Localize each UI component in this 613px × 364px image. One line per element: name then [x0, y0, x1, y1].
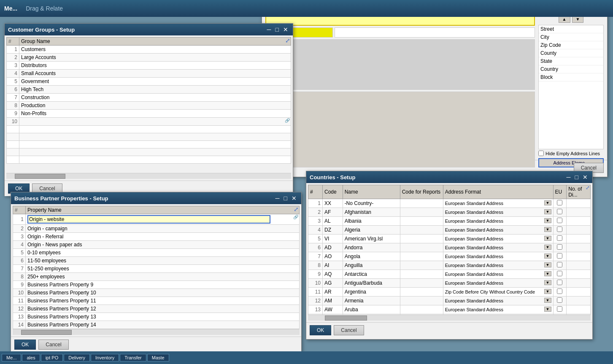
- countries-eu-checkbox[interactable]: [557, 271, 562, 276]
- list-item[interactable]: 14Business Partners Property 14: [13, 321, 300, 329]
- table-row[interactable]: 6High Tech: [7, 86, 291, 94]
- addr-element-state[interactable]: State: [539, 57, 603, 65]
- list-item[interactable]: 13Business Partners Property 13: [13, 313, 300, 321]
- countries-eu-checkbox[interactable]: [557, 235, 562, 241]
- countries-eu-checkbox[interactable]: [557, 262, 562, 267]
- list-item[interactable]: 611-50 employees: [13, 257, 300, 265]
- list-item[interactable]: 8250+ employees: [13, 273, 300, 281]
- countries-eu-checkbox[interactable]: [557, 200, 562, 205]
- task-maste[interactable]: Maste: [147, 354, 169, 361]
- cg-edit-icon[interactable]: 🔗: [285, 118, 290, 123]
- list-item[interactable]: 13AWArubaEuropean Standard Address▼: [308, 305, 591, 314]
- list-item[interactable]: 10AGAntigua/BarbudaEuropean Standard Add…: [308, 279, 591, 288]
- countries-addressformat-dropdown[interactable]: ▼: [544, 227, 551, 232]
- bp-hscrollbar[interactable]: [13, 329, 300, 335]
- cg-maximize-btn[interactable]: □: [274, 27, 280, 32]
- countries-close-btn[interactable]: ✕: [581, 174, 589, 180]
- addr-element-street[interactable]: Street: [539, 25, 603, 33]
- hide-empty-checkbox[interactable]: [538, 151, 544, 156]
- table-row[interactable]: 9Non-Profits: [7, 110, 291, 118]
- table-row[interactable]: 2Large Accounts: [7, 54, 291, 62]
- task-ales[interactable]: ales: [22, 354, 40, 361]
- bp-edit-icon[interactable]: 🔗: [293, 215, 298, 219]
- countries-addressformat-dropdown[interactable]: ▼: [544, 307, 551, 312]
- countries-addressformat-dropdown[interactable]: ▼: [544, 280, 551, 285]
- countries-minimize-btn[interactable]: ─: [565, 174, 572, 180]
- list-item[interactable]: 2AFAfghanistanEuropean Standard Address▼: [308, 208, 591, 217]
- countries-eu-checkbox[interactable]: [557, 306, 562, 312]
- bp-maximize-btn[interactable]: □: [283, 195, 289, 201]
- countries-hscrollbar[interactable]: [308, 315, 591, 321]
- countries-cancel-btn[interactable]: Cancel: [334, 325, 364, 335]
- modules-menu[interactable]: Me...: [4, 5, 17, 12]
- bp-minimize-btn[interactable]: ─: [274, 195, 281, 201]
- bp-hscrollbar-thumb[interactable]: [21, 330, 72, 335]
- cg-name-input[interactable]: [21, 119, 275, 124]
- list-item[interactable]: 10Business Partners Property 10: [13, 289, 300, 297]
- table-row[interactable]: 8Production: [7, 102, 291, 110]
- table-row[interactable]: 1Customers: [7, 46, 291, 54]
- countries-addressformat-dropdown[interactable]: ▼: [544, 218, 551, 223]
- addr-element-country[interactable]: Country: [539, 65, 603, 73]
- bp-ok-btn[interactable]: OK: [14, 340, 36, 350]
- table-row[interactable]: 5Government: [7, 78, 291, 86]
- af-name-input[interactable]: [265, 16, 535, 26]
- bp-close-btn[interactable]: ✕: [290, 195, 298, 201]
- bp-cancel-btn[interactable]: Cancel: [38, 340, 68, 350]
- cg-expand-icon[interactable]: ⤢: [285, 37, 290, 44]
- countries-eu-checkbox[interactable]: [557, 244, 562, 250]
- countries-eu-checkbox[interactable]: [557, 209, 562, 214]
- countries-addressformat-dropdown[interactable]: ▼: [544, 271, 551, 276]
- cg-hscrollbar[interactable]: [6, 173, 291, 179]
- countries-addressformat-dropdown[interactable]: ▼: [544, 236, 551, 241]
- list-item[interactable]: 2Origin - campaign: [13, 225, 300, 233]
- list-item[interactable]: 3Origin - Referral: [13, 233, 300, 241]
- countries-expand-icon[interactable]: ⤢: [586, 185, 590, 191]
- countries-eu-checkbox[interactable]: [557, 253, 562, 259]
- list-item[interactable]: 12AMArmeniaEuropean Standard Address▼: [308, 297, 591, 305]
- list-item[interactable]: 9Business Partners Property 9: [13, 281, 300, 289]
- list-item[interactable]: 50-10 emplyees: [13, 249, 300, 257]
- addr-element-county[interactable]: County: [539, 49, 603, 57]
- countries-addressformat-dropdown[interactable]: ▼: [544, 200, 551, 205]
- list-item[interactable]: 11ARArgentinaZip Code Before City Withou…: [308, 288, 591, 297]
- countries-eu-checkbox[interactable]: [557, 218, 562, 223]
- addr-element-city[interactable]: City: [539, 33, 603, 41]
- drag-relate-menu[interactable]: Drag & Relate: [26, 5, 63, 12]
- bp-selected-input[interactable]: [27, 215, 270, 224]
- list-item[interactable]: 7AOAngolaEuropean Standard Address▼: [308, 252, 591, 261]
- cg-minimize-btn[interactable]: ─: [266, 27, 273, 32]
- countries-addressformat-dropdown[interactable]: ▼: [544, 245, 551, 250]
- countries-addressformat-dropdown[interactable]: ▼: [544, 253, 551, 259]
- list-item[interactable]: 1🔗: [13, 214, 300, 225]
- countries-eu-checkbox[interactable]: [557, 280, 562, 285]
- countries-addressformat-dropdown[interactable]: ▼: [544, 209, 551, 214]
- list-item[interactable]: 751-250 employees: [13, 265, 300, 273]
- countries-addressformat-dropdown[interactable]: ▼: [544, 289, 551, 294]
- countries-hscrollbar-thumb[interactable]: [325, 315, 367, 321]
- countries-maximize-btn[interactable]: □: [574, 174, 580, 180]
- addr-element-zipcode[interactable]: Zip Code: [539, 41, 603, 49]
- list-item[interactable]: 6ADAndorraEuropean Standard Address▼: [308, 243, 591, 252]
- list-item[interactable]: 4DZAlgeriaEuropean Standard Address▼: [308, 226, 591, 235]
- table-row[interactable]: 10🔗: [7, 118, 291, 126]
- addr-element-block[interactable]: Block: [539, 73, 603, 81]
- task-delivery[interactable]: Delivery: [64, 354, 90, 361]
- list-item[interactable]: 9AQAntarcticaEuropean Standard Address▼: [308, 270, 591, 279]
- countries-addressformat-dropdown[interactable]: ▼: [544, 262, 551, 267]
- task-me[interactable]: Me...: [2, 354, 21, 361]
- bp-expand-icon[interactable]: ⤢: [294, 206, 299, 213]
- list-item[interactable]: 4Origin - News paper ads: [13, 241, 300, 249]
- cg-hscrollbar-thumb[interactable]: [15, 174, 65, 179]
- countries-eu-checkbox[interactable]: [557, 297, 562, 303]
- countries-eu-checkbox[interactable]: [557, 289, 562, 294]
- table-row[interactable]: 7Construction: [7, 94, 291, 102]
- task-transfer[interactable]: Transfer: [120, 354, 146, 361]
- countries-ok-btn[interactable]: OK: [310, 325, 331, 335]
- cg-close-btn[interactable]: ✕: [282, 27, 289, 32]
- list-item[interactable]: 1XX-No Country-European Standard Address…: [308, 199, 591, 208]
- list-item[interactable]: 3ALAlbaniaEuropean Standard Address▼: [308, 217, 591, 226]
- list-item[interactable]: 11Business Partners Property 11: [13, 297, 300, 305]
- list-item[interactable]: 5VIAmerican Virg.IslEuropean Standard Ad…: [308, 235, 591, 243]
- task-ipt-po[interactable]: ipt PO: [41, 354, 63, 361]
